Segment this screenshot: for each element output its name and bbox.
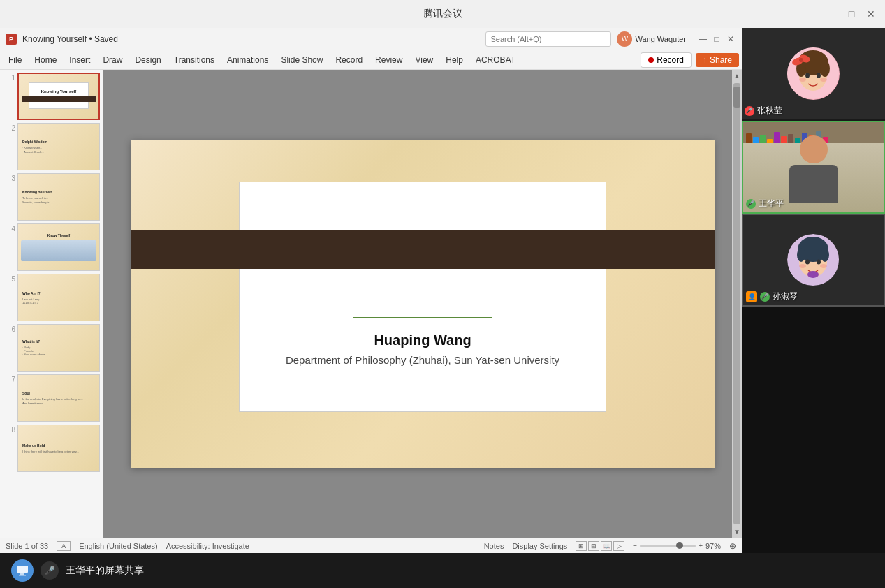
svg-point-18	[817, 260, 821, 265]
ppt-maximize-btn[interactable]: □	[711, 34, 722, 45]
accessibility-info: Accessibility: Investigate	[166, 542, 249, 550]
record-button[interactable]: Record	[641, 52, 692, 68]
avatar-3	[787, 234, 840, 286]
zoom-slider[interactable]	[640, 545, 696, 547]
screen-share-label: 王华平的屏幕共享	[66, 564, 144, 577]
menu-review[interactable]: Review	[370, 54, 408, 66]
menu-insert[interactable]: Insert	[64, 54, 96, 66]
ppt-window-controls: — □ ✕	[697, 34, 736, 45]
ppt-body: 1 Knowing Yourself Huaping Wang	[0, 70, 742, 538]
slide-num-1: 1	[3, 73, 15, 120]
mic-icon-2: 🎤	[746, 199, 756, 209]
slide-affiliation: Department of Philosophy (Zhuhai), Sun Y…	[286, 354, 559, 366]
record-indicator	[648, 57, 654, 63]
video-3-name-bar: 👤 🎤 孙淑琴	[746, 291, 881, 302]
reading-view-btn[interactable]: 📖	[601, 541, 612, 551]
video-tile-2: 🎤 王华平	[742, 121, 885, 214]
slide-thumb-8[interactable]: 8 Make us Bold I think there will first …	[3, 425, 100, 472]
view-buttons: ⊞ ⊟ 📖 ▷	[576, 541, 624, 551]
video-1-content: 🎤 张秋莹	[742, 28, 885, 119]
mic-symbol: 🎤	[45, 566, 55, 575]
svg-point-11	[799, 58, 803, 62]
minimize-button[interactable]: —	[825, 7, 839, 21]
vertical-scrollbar[interactable]: ▲ ▼	[732, 70, 742, 538]
video-panel-spacer	[742, 307, 885, 553]
menu-home[interactable]: Home	[29, 54, 62, 66]
svg-point-20	[820, 264, 827, 268]
slide-img-3: Knowing Yourself To know yourself is... …	[17, 173, 100, 221]
mic-icon-1: 🎤	[745, 106, 754, 116]
video-1-name-bar: 🎤 张秋莹	[745, 105, 882, 117]
svg-point-19	[799, 264, 806, 268]
ppt-file-name: Knowing Yourself • Saved	[22, 34, 118, 44]
menu-draw[interactable]: Draw	[97, 54, 128, 66]
fit-slide-btn[interactable]: ⊕	[729, 541, 736, 551]
slide-num-5: 5	[3, 274, 15, 321]
person-head	[800, 135, 828, 163]
svg-point-6	[817, 73, 821, 78]
slide-sorter-btn[interactable]: ⊟	[588, 541, 599, 551]
avatar-1	[787, 47, 840, 100]
slideshow-btn[interactable]: ▷	[613, 541, 624, 551]
share-icon: ↑	[703, 55, 707, 65]
slide-info: Slide 1 of 33	[6, 542, 48, 550]
slide-num-2: 2	[3, 123, 15, 170]
svg-rect-24	[19, 575, 26, 576]
scroll-thumb[interactable]	[733, 83, 740, 524]
video-2-content: 🎤 王华平	[743, 122, 884, 212]
slide-thumb-4[interactable]: 4 Know Thyself	[3, 223, 100, 271]
zoom-in-btn[interactable]: +	[699, 542, 703, 550]
zoom-out-btn[interactable]: −	[633, 542, 637, 550]
video-2-name: 王华平	[759, 198, 784, 210]
ppt-search-input[interactable]	[485, 31, 611, 47]
menu-animations[interactable]: Animations	[221, 54, 274, 66]
menu-record[interactable]: Record	[330, 54, 368, 66]
slide-img-4: Know Thyself	[17, 223, 100, 271]
svg-point-5	[805, 73, 810, 78]
close-button[interactable]: ✕	[864, 7, 878, 21]
display-settings-button[interactable]: Display Settings	[512, 542, 567, 550]
video-3-content: 👤 🎤 孙淑琴	[743, 215, 884, 305]
svg-point-8	[820, 78, 827, 82]
slide-panel[interactable]: 1 Knowing Yourself Huaping Wang	[0, 70, 103, 538]
normal-view-btn[interactable]: ⊞	[576, 541, 587, 551]
maximize-button[interactable]: □	[844, 7, 858, 21]
ppt-status-bar: Slide 1 of 33 A English (United States) …	[0, 538, 742, 553]
slide-num-6: 6	[3, 324, 15, 372]
slide-thumb-7[interactable]: 7 Soul In the analysis: Everything has a…	[3, 374, 100, 422]
ppt-user-avatar: W	[617, 31, 632, 47]
avatar-3-svg	[787, 234, 840, 286]
bottom-user-avatar	[11, 559, 34, 582]
slide-thumb-3[interactable]: 3 Knowing Yourself To know yourself is..…	[3, 173, 100, 221]
menu-view[interactable]: View	[409, 54, 439, 66]
scroll-up-arrow[interactable]: ▲	[733, 70, 740, 82]
app-title: 腾讯会议	[423, 8, 462, 20]
slide-img-5: Who Am I? I am not I any... 1+1(a)+1 = 3	[17, 274, 100, 321]
notes-button[interactable]: Notes	[484, 542, 504, 550]
zoom-level: 97%	[705, 542, 721, 550]
menu-design[interactable]: Design	[129, 54, 166, 66]
ppt-user-info: W Wang Waquter	[617, 31, 686, 47]
video-2-name-bar: 🎤 王华平	[746, 198, 881, 210]
menu-file[interactable]: File	[3, 54, 27, 66]
ppt-close-btn[interactable]: ✕	[725, 34, 736, 45]
slide-img-1: Knowing Yourself Huaping Wang	[17, 73, 100, 120]
menu-help[interactable]: Help	[440, 54, 469, 66]
ppt-minimize-btn[interactable]: —	[697, 34, 708, 45]
user-screen-icon	[15, 564, 29, 578]
record-label: Record	[657, 55, 684, 65]
menu-slideshow[interactable]: Slide Show	[275, 54, 328, 66]
menu-acrobat[interactable]: ACROBAT	[470, 54, 521, 66]
slide-thumb-6[interactable]: 6 What is It? · Body · Friends · Soul mo…	[3, 324, 100, 372]
ppt-menu-bar: File Home Insert Draw Design Transitions…	[0, 50, 742, 70]
menu-transitions[interactable]: Transitions	[168, 54, 220, 66]
share-label: Share	[710, 55, 732, 65]
slide-thumb-2[interactable]: 2 Delphi Wisdom · Know thyself... · Anci…	[3, 123, 100, 170]
slide-thumb-5[interactable]: 5 Who Am I? I am not I any... 1+1(a)+1 =…	[3, 274, 100, 321]
main-slide-area: Knowing Yourself Huaping Wang Department…	[103, 70, 742, 538]
slide-thumb-1[interactable]: 1 Knowing Yourself Huaping Wang	[3, 73, 100, 120]
scroll-down-arrow[interactable]: ▼	[733, 526, 740, 538]
bottom-mic-icon[interactable]: 🎤	[41, 561, 59, 580]
slide-img-2: Delphi Wisdom · Know thyself... · Ancien…	[17, 123, 100, 170]
share-button[interactable]: ↑ Share	[696, 53, 739, 67]
